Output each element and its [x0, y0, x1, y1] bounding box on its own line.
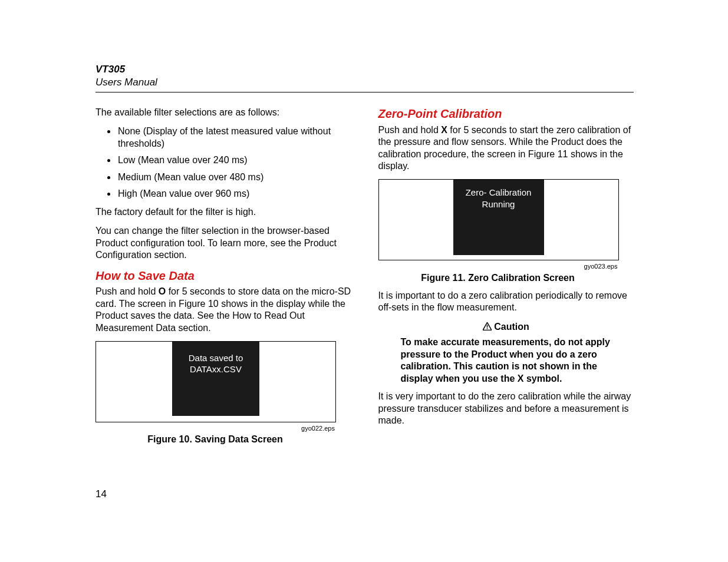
- zero-cal-very-important: It is very important to do the zero cali…: [378, 391, 634, 427]
- zero-point-paragraph: Push and hold X for 5 seconds to start t…: [378, 124, 634, 173]
- key-x: X: [441, 125, 447, 135]
- save-data-paragraph: Push and hold O for 5 seconds to store d…: [95, 286, 351, 334]
- list-item: Low (Mean value over 240 ms): [117, 154, 351, 166]
- screen-text-line: Data saved to: [189, 352, 243, 363]
- filter-options-list: None (Display of the latest measured val…: [95, 125, 351, 200]
- figure-11-caption: Figure 11. Zero Calibration Screen: [378, 272, 618, 284]
- right-column: Zero-Point Calibration Push and hold X f…: [378, 107, 634, 452]
- figure-10-box: Data saved to DATAxx.CSV: [95, 341, 336, 422]
- device-screen-saving: Data saved to DATAxx.CSV: [172, 342, 259, 416]
- svg-rect-1: [487, 328, 488, 329]
- change-filter-note: You can change the filter selection in t…: [95, 225, 351, 261]
- text-fragment: Push and hold: [378, 125, 442, 135]
- key-o: O: [159, 286, 166, 296]
- eps-filename: gyo023.eps: [378, 262, 618, 270]
- doc-title: Users Manual: [95, 77, 634, 88]
- figure-10-caption: Figure 10. Saving Data Screen: [95, 434, 335, 445]
- page-number: 14: [95, 488, 107, 500]
- left-column: The available filter selections are as f…: [95, 107, 351, 452]
- manual-page: VT305 Users Manual The available filter …: [0, 0, 728, 562]
- device-screen-zero-cal: Zero- Calibration Running: [453, 180, 544, 255]
- caution-header: Caution: [378, 321, 634, 333]
- zero-cal-important: It is important to do a zero calibration…: [378, 290, 634, 314]
- svg-rect-0: [487, 325, 488, 328]
- list-item: High (Mean value over 960 ms): [117, 188, 351, 200]
- warning-icon: [483, 322, 492, 330]
- list-item: None (Display of the latest measured val…: [117, 125, 351, 150]
- section-heading-zero-point: Zero-Point Calibration: [378, 107, 634, 122]
- factory-default-note: The factory default for the filter is hi…: [95, 206, 351, 218]
- product-model: VT305: [95, 64, 634, 75]
- screen-text-line: Running: [453, 199, 544, 210]
- screen-text-line: Zero- Calibration: [453, 187, 544, 198]
- page-header: VT305 Users Manual: [95, 64, 634, 88]
- list-item: Medium (Mean value over 480 ms): [117, 171, 351, 183]
- caution-label: Caution: [494, 322, 529, 332]
- eps-filename: gyo022.eps: [95, 424, 335, 432]
- section-heading-save-data: How to Save Data: [95, 269, 351, 284]
- two-column-layout: The available filter selections are as f…: [95, 107, 634, 452]
- figure-11-box: Zero- Calibration Running: [378, 179, 619, 260]
- header-rule: [95, 92, 634, 92]
- caution-body: To make accurate measurements, do not ap…: [378, 336, 634, 385]
- screen-text-line: DATAxx.CSV: [190, 363, 242, 375]
- filter-intro: The available filter selections are as f…: [95, 107, 351, 118]
- text-fragment: Push and hold: [95, 286, 159, 296]
